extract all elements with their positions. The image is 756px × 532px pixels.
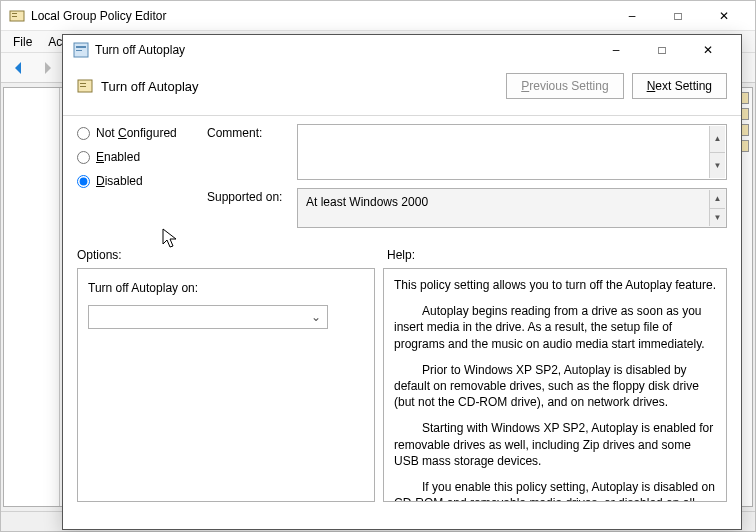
panel-labels-row: Options: Help: [63,242,741,264]
help-paragraph: Autoplay begins reading from a drive as … [394,303,716,352]
radio-enabled[interactable]: Enabled [77,150,207,164]
help-paragraph: Starting with Windows XP SP2, Autoplay i… [394,420,716,469]
panels-row: Turn off Autoplay on: ⌄ This policy sett… [63,264,741,510]
supported-label: Supported on: [207,188,297,228]
spin-down-icon[interactable]: ▼ [709,153,725,179]
policy-setting-icon [73,42,89,58]
parent-tree-panel[interactable] [4,88,60,506]
options-panel: Turn off Autoplay on: ⌄ [77,268,375,502]
help-paragraph: If you enable this policy setting, Autop… [394,479,716,502]
dialog-title-text: Turn off Autoplay [95,43,593,57]
radio-enabled-input[interactable] [77,151,90,164]
radio-not-configured[interactable]: Not Configured [77,126,207,140]
supported-on-box: At least Windows 2000 ▲ ▼ [297,188,727,228]
autoplay-target-select[interactable]: ⌄ [88,305,328,329]
svg-rect-1 [12,13,17,14]
comment-textarea[interactable]: ▲ ▼ [297,124,727,180]
supported-row: Supported on: At least Windows 2000 ▲ ▼ [207,188,727,228]
next-setting-label: ext Setting [655,79,712,93]
supported-on-value: At least Windows 2000 [306,195,428,209]
dialog-close-button[interactable]: ✕ [685,36,731,64]
spin-down-icon[interactable]: ▼ [709,209,725,227]
parent-title-text: Local Group Policy Editor [31,9,609,23]
comment-spin[interactable]: ▲ ▼ [709,126,725,178]
help-panel[interactable]: This policy setting allows you to turn o… [383,268,727,502]
help-paragraph: Prior to Windows XP SP2, Autoplay is dis… [394,362,716,411]
toolbar-forward-button[interactable] [35,56,59,80]
spin-up-icon[interactable]: ▲ [709,126,725,153]
dialog-header: Turn off Autoplay Previous Setting Next … [63,65,741,116]
parent-maximize-button[interactable]: □ [655,1,701,31]
policy-setting-icon [77,78,93,94]
dialog-titlebar[interactable]: Turn off Autoplay – □ ✕ [63,35,741,65]
options-label: Options: [77,248,387,262]
radio-column: Not Configured Enabled Disabled [77,124,207,236]
radio-disabled[interactable]: Disabled [77,174,207,188]
spin-up-icon[interactable]: ▲ [709,190,725,209]
svg-rect-2 [12,16,17,17]
next-setting-button[interactable]: Next Setting [632,73,727,99]
svg-rect-4 [76,46,86,48]
dialog-maximize-button[interactable]: □ [639,36,685,64]
option-field-label: Turn off Autoplay on: [88,281,364,295]
comment-row: Comment: ▲ ▼ [207,124,727,180]
dialog-minimize-button[interactable]: – [593,36,639,64]
help-paragraph: This policy setting allows you to turn o… [394,277,716,293]
comment-label: Comment: [207,124,297,180]
supported-spin[interactable]: ▲ ▼ [709,190,725,226]
gpedit-icon [9,8,25,24]
svg-rect-8 [80,86,86,87]
previous-setting-label: revious Setting [529,79,608,93]
policy-setting-dialog: Turn off Autoplay – □ ✕ Turn off Autopla… [62,34,742,530]
setting-title-text: Turn off Autoplay [101,79,498,94]
parent-minimize-button[interactable]: – [609,1,655,31]
radio-not-configured-input[interactable] [77,127,90,140]
chevron-down-icon: ⌄ [311,310,321,324]
radio-disabled-input[interactable] [77,175,90,188]
toolbar-back-button[interactable] [7,56,31,80]
parent-close-button[interactable]: ✕ [701,1,747,31]
dialog-config-area: Not Configured Enabled Disabled Comment:… [63,116,741,242]
svg-rect-5 [76,50,82,51]
svg-rect-7 [80,83,86,84]
meta-column: Comment: ▲ ▼ Supported on: At least Wind… [207,124,727,236]
previous-setting-button[interactable]: Previous Setting [506,73,623,99]
parent-titlebar: Local Group Policy Editor – □ ✕ [1,1,755,31]
menu-file[interactable]: File [5,33,40,51]
help-label: Help: [387,248,415,262]
